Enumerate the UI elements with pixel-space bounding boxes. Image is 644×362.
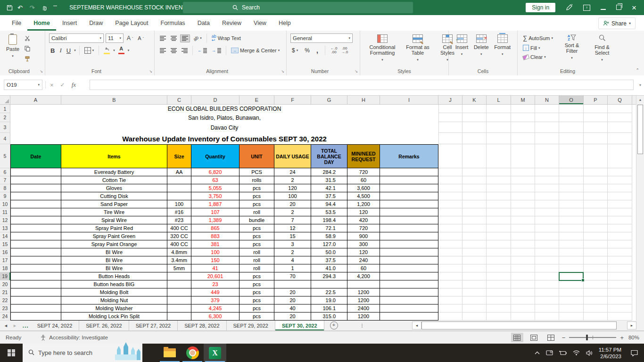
cell[interactable] [535,216,559,224]
cell[interactable] [438,272,462,280]
cell[interactable] [462,216,487,224]
cell[interactable] [462,248,487,256]
row-header-20[interactable]: 20 [0,280,10,288]
cell[interactable] [535,208,559,216]
cell[interactable] [584,256,608,264]
row-header-21[interactable]: 21 [0,288,10,296]
cell[interactable]: 4,500 [347,192,380,200]
table-header-date[interactable]: Date [10,144,61,168]
cell[interactable] [487,133,511,144]
cell[interactable] [167,288,191,296]
column-header-M[interactable]: M [511,96,535,104]
cell[interactable] [380,313,438,321]
cell[interactable] [584,192,608,200]
cell[interactable] [535,248,559,256]
cell[interactable]: 70 [274,272,311,280]
cell[interactable] [584,113,608,122]
table-header-unit[interactable]: UNIT [239,144,274,168]
row-header-23[interactable]: 23 [0,304,10,313]
cell[interactable]: roll [239,248,274,256]
cell[interactable]: pcs [239,200,274,208]
row-header-1[interactable]: 1 [0,105,10,113]
row-header-14[interactable]: 14 [0,232,10,240]
cell[interactable] [10,304,61,313]
cell[interactable]: 900 [347,232,380,240]
cell[interactable] [511,216,535,224]
percent-style-icon[interactable]: % [303,46,311,55]
cell[interactable] [438,256,462,264]
find-select-button[interactable]: Find & Select▾ [589,33,615,64]
row-header-7[interactable]: 7 [0,176,10,184]
cell[interactable]: 63 [191,176,239,184]
table-header-daily-usage[interactable]: DAILY USAGE [274,144,311,168]
cell[interactable] [608,192,632,200]
cell[interactable] [462,232,487,240]
cell[interactable] [380,232,438,240]
column-header-I[interactable]: I [380,96,438,104]
save-icon[interactable] [7,5,13,11]
cell[interactable] [535,288,559,296]
cell[interactable] [380,304,438,313]
cell[interactable] [10,248,61,256]
horizontal-scrollbar-thumb[interactable] [421,321,617,329]
cell[interactable] [584,105,608,113]
cell[interactable]: 5mm [167,264,191,272]
cell[interactable]: pcs [239,280,274,288]
new-sheet-button[interactable]: + [330,321,338,329]
cell[interactable] [584,144,608,168]
accessibility-status[interactable]: Accessibility: Investigate [40,335,108,341]
cell[interactable]: 20 [274,200,311,208]
cell[interactable]: 150 [191,256,239,264]
sort-filter-button[interactable]: AZ Sort & Filter▾ [559,33,585,64]
cell[interactable] [487,304,511,313]
cell[interactable] [608,313,632,321]
tray-battery-icon[interactable] [559,351,567,355]
row-header-19[interactable]: 19 [0,272,10,280]
cell[interactable] [559,304,584,313]
delete-cells-button[interactable]: × Delete▾ [471,33,491,58]
share-button[interactable]: Share▾ [598,17,636,29]
cell[interactable]: 3 [274,240,311,248]
cell[interactable] [462,240,487,248]
menu-tab-file[interactable]: File [6,15,27,31]
cell[interactable] [535,280,559,288]
row-header-2[interactable]: 2 [0,113,10,122]
cell[interactable] [511,256,535,264]
cell[interactable]: pcs [239,288,274,296]
cell[interactable] [535,144,559,168]
cell[interactable] [559,296,584,304]
menu-tab-formulas[interactable]: Formulas [155,15,191,31]
cell[interactable] [167,296,191,304]
cell[interactable] [462,122,487,133]
conditional-formatting-button[interactable]: Conditional Formatting▾ [364,33,401,64]
cell[interactable] [608,280,632,288]
cell[interactable] [511,264,535,272]
cell[interactable] [167,192,191,200]
cell[interactable] [511,304,535,313]
search-box[interactable]: Search [183,2,413,13]
cell[interactable] [535,105,559,113]
cell[interactable] [462,296,487,304]
format-as-table-button[interactable]: Format as Table▾ [401,33,435,64]
cell[interactable]: 4,200 [347,272,380,280]
cell[interactable] [511,105,535,113]
cell[interactable] [462,176,487,184]
cell[interactable] [608,272,632,280]
sheet-nav-left-icon[interactable]: ◄ [4,323,8,328]
cell[interactable] [487,208,511,216]
cell[interactable]: roll [239,256,274,264]
cell[interactable]: 20 [274,296,311,304]
sheet-nav-right-icon[interactable]: ► [13,323,17,328]
vertical-scrollbar-thumb[interactable] [637,105,643,154]
cell[interactable] [487,192,511,200]
cell[interactable] [535,304,559,313]
name-box[interactable]: O19▾ [4,80,42,90]
ribbon-display-options-button[interactable]: ↑ [583,5,590,11]
copy-icon[interactable] [25,45,30,53]
tray-display-icon[interactable] [546,350,553,356]
cell[interactable] [380,168,438,176]
cell[interactable]: pcs [239,232,274,240]
cell[interactable]: Tire Wire [61,208,167,216]
increase-font-size-icon[interactable]: Aˆ [125,34,134,42]
cell[interactable]: Button Heads [61,272,167,280]
